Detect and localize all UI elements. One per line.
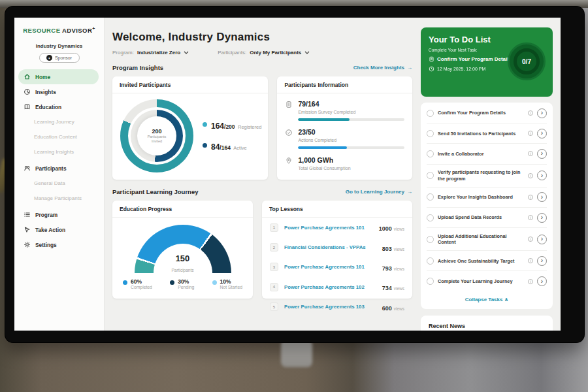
sidebar-item-settings[interactable]: Settings (14, 237, 104, 252)
task-checkbox[interactable] (427, 257, 434, 265)
lesson-row: 2 Financial Considerations - VPPAs 803vi… (262, 237, 412, 257)
list-icon (24, 211, 31, 218)
task-open-button[interactable]: › (537, 256, 547, 266)
lesson-rank: 4 (270, 283, 278, 291)
legend-dot (212, 280, 217, 285)
sidebar-item-label: Learning Insights (34, 149, 74, 155)
sidebar-item-learning-journey[interactable]: Learning Journey (14, 114, 104, 129)
sidebar-item-education-content[interactable]: Education Content (14, 129, 104, 144)
recent-news-title: Recent News (429, 323, 545, 329)
sidebar-item-take-action[interactable]: Take Action (14, 222, 104, 237)
sidebar-item-label: Settings (35, 242, 57, 248)
brand-primary: RESOURCE (23, 27, 60, 34)
task-checkbox[interactable] (427, 193, 434, 201)
actions-icon (285, 127, 293, 135)
check-more-insights-link[interactable]: Check More Insights → (353, 65, 412, 71)
task-checkbox[interactable] (427, 214, 434, 221)
lesson-link[interactable]: Financial Considerations - VPPAs (284, 244, 376, 250)
stat-global-consumption: 1,000 GWh Total Global Consumption (277, 150, 412, 171)
invited-participants-donut: 200 Participants Invited (120, 99, 193, 172)
task-open-button[interactable]: › (537, 129, 547, 139)
sidebar-item-label: Insights (35, 89, 56, 95)
program-filter-dropdown[interactable]: Program: Industrialize Zero (112, 50, 189, 56)
participants-filter-dropdown[interactable]: Participants: Only My Participants (218, 50, 310, 56)
sidebar-item-general-data[interactable]: General Data (14, 176, 104, 191)
task-open-button[interactable]: › (537, 108, 547, 118)
book-icon (24, 103, 31, 110)
lesson-row: 1 Power Purchase Agreements 101 1000view… (262, 218, 412, 237)
legend-dot (123, 280, 127, 285)
lesson-rank: 1 (270, 223, 278, 232)
collapse-tasks-link[interactable]: Collapse Tasks ∧ (427, 291, 547, 308)
lesson-link[interactable]: Power Purchase Agreements 102 (284, 284, 376, 290)
sidebar-item-home[interactable]: Home (18, 69, 99, 84)
todo-task-list: Confirm Your Program Details i › Send 50… (421, 103, 553, 309)
task-open-button[interactable]: › (537, 235, 547, 244)
task-open-button[interactable]: › (537, 149, 547, 159)
arrow-right-icon: → (407, 189, 412, 195)
emission-survey-progressbar (298, 118, 404, 121)
legend-dot (170, 280, 174, 285)
lesson-link[interactable]: Power Purchase Agreements 101 (284, 225, 373, 231)
info-icon: i (528, 195, 533, 200)
lesson-rank: 5 (270, 302, 278, 311)
brand-secondary: ADVISOR (62, 27, 92, 34)
insights-icon (24, 88, 31, 95)
todo-progress-value: 0/7 (522, 58, 531, 65)
sponsor-badge: ✶ Sponsor (39, 53, 80, 63)
task-row: Confirm Your Program Details i › (427, 103, 547, 123)
task-checkbox[interactable] (427, 110, 434, 117)
legend-item-pending: 30% Pending (170, 279, 194, 289)
survey-icon (285, 99, 293, 107)
task-checkbox[interactable] (427, 236, 434, 243)
task-row: Complete Your Learning Journey i › (427, 271, 547, 291)
dashboard-screen: RESOURCE ADVISOR+ Industry Dynamics ✶ Sp… (14, 18, 561, 331)
invited-participants-card: Invited Participants 200 Participants In… (112, 76, 268, 180)
people-icon (24, 165, 31, 172)
donut-center-value: 200 (152, 128, 161, 135)
link-label: Check More Insights (353, 65, 404, 71)
sidebar-item-label: Education (35, 104, 61, 110)
filter-value: Only My Participants (250, 50, 301, 56)
info-icon: i (528, 151, 533, 156)
gauge-legend: 60% Completed 30% Pending (112, 279, 253, 289)
sidebar-item-learning-insights[interactable]: Learning Insights (14, 144, 104, 159)
stat-actions-completed: 23/50 Actions Completed (277, 122, 412, 149)
todo-progress-ring: 0/7 (508, 42, 546, 80)
task-open-button[interactable]: › (537, 171, 547, 180)
section-title: Participant Learning Journey (112, 188, 198, 195)
go-to-learning-journey-link[interactable]: Go to Learning Journey → (346, 189, 412, 195)
pin-icon (285, 155, 293, 163)
main-content: Welcome, Industry Dynamics Program: Indu… (105, 18, 420, 331)
sidebar-item-program[interactable]: Program (14, 207, 104, 222)
sidebar-item-manage-participants[interactable]: Manage Participants (14, 191, 104, 206)
task-checkbox[interactable] (427, 172, 434, 179)
sidebar-item-label: Home (35, 74, 50, 80)
info-icon: i (528, 237, 533, 242)
info-icon: i (528, 215, 533, 220)
recent-news-card: Recent News (421, 316, 553, 331)
task-open-button[interactable]: › (537, 276, 547, 286)
sidebar-item-education[interactable]: Education (14, 99, 104, 114)
task-checkbox[interactable] (427, 150, 434, 157)
card-title: Top Lessons (262, 201, 412, 218)
sidebar-item-insights[interactable]: Insights (14, 84, 104, 99)
arrow-right-icon: → (407, 65, 412, 71)
gear-icon (24, 241, 31, 248)
education-progress-card: Education Progress 150 Participants (112, 201, 253, 299)
task-open-button[interactable]: › (537, 213, 547, 223)
task-open-button[interactable]: › (537, 192, 547, 202)
legend-item-not-started: 10% Not Started (212, 279, 242, 289)
chevron-down-icon (184, 51, 189, 54)
sidebar-item-label: Take Action (35, 227, 65, 233)
legend-dot (203, 143, 207, 148)
lesson-link[interactable]: Power Purchase Agreements 103 (284, 304, 376, 310)
lesson-row: 3 Power Purchase Agreements 101 793views (262, 257, 412, 277)
org-name: Industry Dynamics (14, 43, 104, 49)
lesson-rank: 3 (270, 263, 278, 271)
task-checkbox[interactable] (427, 278, 434, 285)
task-checkbox[interactable] (427, 130, 434, 137)
education-progress-gauge: 150 Participants (135, 225, 231, 274)
sidebar-item-participants[interactable]: Participants (14, 161, 104, 176)
lesson-link[interactable]: Power Purchase Agreements 101 (284, 264, 376, 270)
